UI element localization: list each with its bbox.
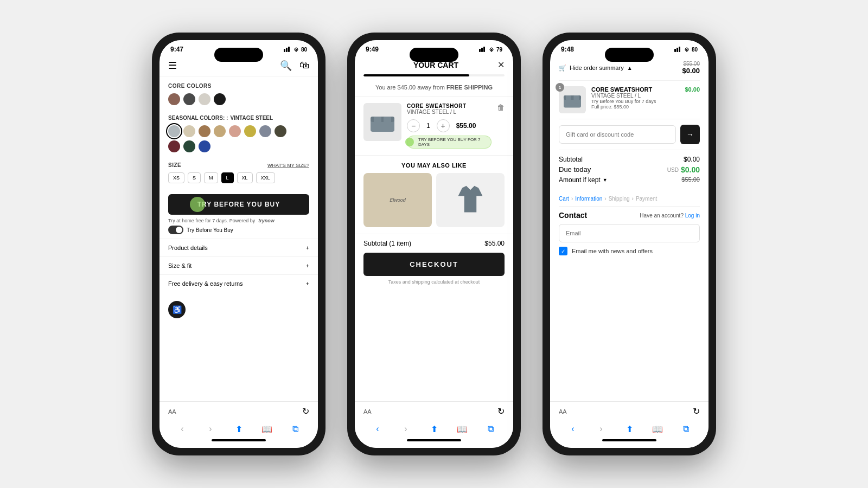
size-fit-row[interactable]: Size & fit + [159,256,318,274]
status-icons-2: 79 [479,47,502,53]
swatch-blue[interactable] [199,140,210,152]
reload-icon-1[interactable]: ↻ [302,406,309,416]
size-xl[interactable]: XL [237,172,253,183]
accessibility-button[interactable]: ♿ [168,301,186,318]
bookmarks-btn-1[interactable]: 📖 [261,423,273,435]
forward-btn-2[interactable]: › [400,423,412,435]
progress-fill [363,74,469,76]
close-icon[interactable]: ✕ [497,60,505,70]
share-btn-1[interactable]: ⬆ [233,423,245,435]
subtotal-label-3: Subtotal [559,156,583,163]
share-btn-3[interactable]: ⬆ [623,423,635,435]
cart-item-row: CORE SWEATSHORT VINTAGE STEEL / L − 1 + … [355,96,513,156]
try-tag: TRY BEFORE YOU BUY FOR 7 DAYS [407,136,492,149]
swatch-vintage-steel[interactable] [168,125,180,137]
breadcrumb-cart[interactable]: Cart [559,196,569,202]
size-l[interactable]: L [221,172,234,183]
sep-1: › [571,196,573,202]
subtotal-value: $55.00 [484,240,505,247]
svg-rect-3 [479,49,481,52]
svg-rect-2 [288,47,290,52]
checkout-content: 🛒 Hide order summary ▲ $55.00 $0.00 1 [550,55,709,260]
swatch-olive-dark[interactable] [275,125,286,137]
menu-icon[interactable]: ☰ [168,60,177,72]
swatch-burgundy[interactable] [168,140,180,152]
svg-rect-16 [566,95,571,103]
swatch-light-gray[interactable] [199,93,210,105]
trybuy-toggle[interactable] [168,226,183,234]
subtotal-label: Subtotal (1 item) [363,240,411,247]
order-item-name: CORE SWEATSHORT [591,86,679,93]
may-like-item-2[interactable] [436,173,505,227]
chevron-down-icon[interactable]: ▼ [603,177,608,183]
svg-rect-4 [481,48,483,52]
home-indicator-2 [407,439,461,441]
size-s[interactable]: S [188,172,201,183]
font-size-control-3[interactable]: AA [559,408,567,415]
swatch-brown[interactable] [168,93,180,105]
swatch-slate[interactable] [259,125,271,137]
discount-apply-button[interactable]: → [680,125,700,144]
sep-3: › [632,196,634,202]
size-fit-icon: + [306,262,309,269]
product-details-row[interactable]: Product details + [159,239,318,256]
size-header: SIZE WHAT'S MY SIZE? [168,162,309,168]
due-label: Due today [559,165,591,174]
tabs-btn-1[interactable]: ⧉ [289,423,301,435]
bookmarks-btn-3[interactable]: 📖 [652,423,663,435]
login-link[interactable]: Log in [685,213,700,219]
size-m[interactable]: M [204,172,218,183]
svg-rect-17 [573,95,579,103]
delete-icon[interactable]: 🗑 [497,103,505,149]
may-like-item-1[interactable]: Elwood [363,173,432,227]
bag-icon[interactable]: 🛍 [299,60,309,72]
back-btn-3[interactable]: ‹ [567,423,579,435]
green-dot-try [190,197,205,212]
swatch-dark-gray[interactable] [183,93,195,105]
swatch-warm-beige[interactable] [214,125,226,137]
sep-2: › [604,196,606,202]
swatch-caramel[interactable] [199,125,210,137]
whats-size-link[interactable]: WHAT'S MY SIZE? [267,163,309,168]
swatch-dusty-rose[interactable] [229,125,241,137]
font-size-control-1[interactable]: AA [168,408,176,415]
tabs-btn-2[interactable]: ⧉ [484,423,496,435]
back-btn-1[interactable]: ‹ [176,423,188,435]
try-before-buy-button[interactable]: TRY BEFORE YOU BUY [168,194,309,215]
swatch-tan[interactable] [183,125,195,137]
forward-btn-1[interactable]: › [205,423,216,435]
forward-btn-3[interactable]: › [595,423,607,435]
reload-icon-2[interactable]: ↻ [497,406,505,416]
order-summary-label[interactable]: Hide order summary [570,65,624,71]
bookmarks-btn-2[interactable]: 📖 [456,423,468,435]
discount-input[interactable] [559,125,676,144]
order-badge: 1 [556,83,564,92]
swatch-black[interactable] [214,93,226,105]
search-icon[interactable]: 🔍 [280,60,292,72]
qty-decrease[interactable]: − [407,119,420,132]
seasonal-row-2 [168,140,309,152]
svg-rect-8 [374,117,381,127]
item-price: $55.00 [456,122,476,130]
email-checkbox[interactable]: ✓ [559,247,567,255]
back-btn-2[interactable]: ‹ [372,423,384,435]
tabs-btn-3[interactable]: ⧉ [680,423,692,435]
checkout-button[interactable]: CHECKOUT [363,253,505,276]
breadcrumb-info[interactable]: Information [575,196,602,202]
font-size-control-2[interactable]: AA [363,408,372,415]
reload-icon-3[interactable]: ↻ [693,406,700,416]
breadcrumb-shipping: Shipping [609,196,630,202]
screen-2: YOUR CART ✕ You are $45.00 away from FRE… [355,55,513,401]
swatch-dark-green[interactable] [183,140,195,152]
accessibility-section: ♿ [159,292,318,327]
email-input[interactable] [559,224,700,242]
share-btn-2[interactable]: ⬆ [428,423,440,435]
contact-header: Contact Have an account? Log in [559,211,700,220]
size-xxl[interactable]: XXL [256,172,275,183]
home-indicator-1 [212,439,266,441]
qty-increase[interactable]: + [437,119,450,132]
browser-bar-3: AA ↻ [559,406,700,416]
delivery-returns-row[interactable]: Free delivery & easy returns + [159,274,318,292]
swatch-yellow[interactable] [244,125,256,137]
size-xs[interactable]: XS [168,172,184,183]
